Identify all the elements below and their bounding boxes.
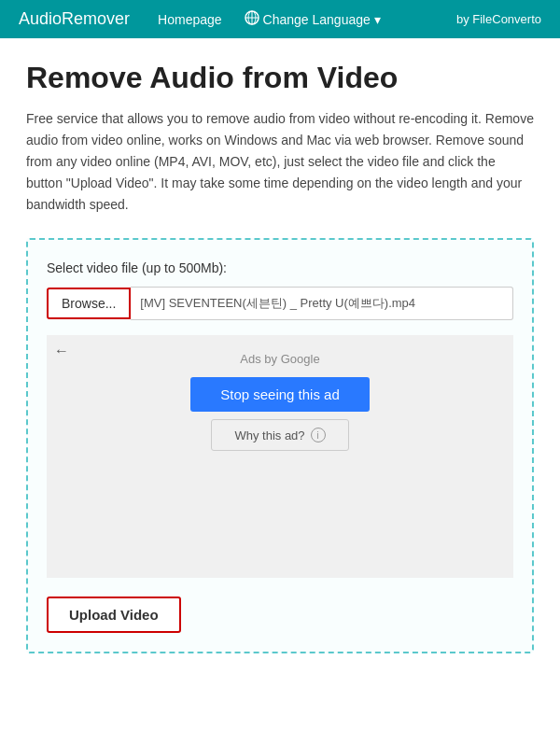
logo-light: Remover — [62, 9, 130, 28]
file-name-display: [MV] SEVENTEEN(세븐틴) _ Pretty U(예쁘다).mp4 — [131, 287, 513, 320]
why-this-ad-button[interactable]: Why this ad? i — [211, 419, 348, 451]
upload-label: Select video file (up to 500Mb): — [47, 260, 513, 275]
ad-area: ← Ads by Google Stop seeing this ad Why … — [47, 335, 513, 578]
page-description: Free service that allows you to remove a… — [26, 108, 534, 216]
main-content: Remove Audio from Video Free service tha… — [0, 38, 560, 676]
dropdown-arrow-icon: ▾ — [374, 12, 381, 27]
ad-back-arrow-icon[interactable]: ← — [54, 343, 69, 359]
why-ad-label: Why this ad? — [234, 428, 304, 442]
file-input-row: Browse... [MV] SEVENTEEN(세븐틴) _ Pretty U… — [47, 287, 513, 320]
nav-change-language[interactable]: Change Language ▾ — [245, 10, 381, 28]
upload-video-button[interactable]: Upload Video — [47, 597, 181, 633]
by-brand: by FileConverto — [456, 12, 541, 26]
site-header: AudioRemover Homepage Change Language ▾ … — [0, 0, 560, 38]
change-language-label: Change Language — [263, 12, 371, 27]
page-title: Remove Audio from Video — [26, 61, 534, 95]
upload-box: Select video file (up to 500Mb): Browse.… — [26, 238, 534, 653]
browse-button[interactable]: Browse... — [47, 288, 131, 319]
logo-bold: Audio — [19, 9, 62, 28]
main-nav: Homepage Change Language ▾ by FileConver… — [158, 10, 541, 28]
nav-homepage[interactable]: Homepage — [158, 12, 222, 27]
ads-by-google-label: Ads by Google — [240, 352, 319, 366]
globe-icon — [245, 10, 259, 28]
site-logo: AudioRemover — [19, 9, 130, 29]
info-icon: i — [311, 428, 326, 442]
stop-seeing-ad-button[interactable]: Stop seeing this ad — [190, 377, 370, 412]
